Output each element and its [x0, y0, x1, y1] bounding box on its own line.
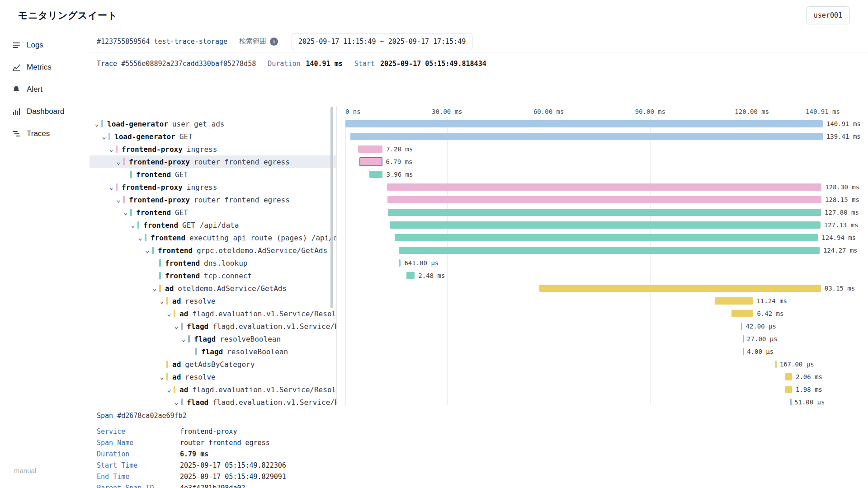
span-bar[interactable]: [741, 323, 742, 330]
span-bar[interactable]: [395, 234, 818, 241]
chevron-down-icon[interactable]: ⌄: [157, 372, 166, 381]
span-bar[interactable]: [399, 259, 401, 267]
chevron-down-icon[interactable]: ⌄: [172, 322, 181, 331]
waterfall-row[interactable]: 124.94 ms: [345, 231, 823, 244]
chevron-down-icon[interactable]: ⌄: [99, 132, 108, 141]
span-tree-row[interactable]: ⌄frontend-proxyrouter frontend egress: [90, 193, 336, 206]
span-tree-row[interactable]: ⌄frontend-proxyrouter frontend egress: [90, 155, 336, 168]
span-tree-row[interactable]: ⌄frontendGET /api/data: [90, 219, 336, 231]
span-bar[interactable]: [345, 120, 823, 127]
waterfall-row[interactable]: 6.42 ms: [345, 307, 823, 320]
waterfall-row[interactable]: 127.80 ms: [345, 206, 823, 219]
sidebar-item-dashboard[interactable]: Dashboard: [0, 103, 90, 121]
span-tree-row[interactable]: frontendGET: [90, 168, 336, 181]
span-tree-row[interactable]: ⌄adoteldemo.AdService/GetAds: [90, 282, 336, 295]
span-bar[interactable]: [399, 247, 820, 254]
waterfall-row[interactable]: 6.79 ms: [345, 155, 823, 168]
span-bar-selected[interactable]: [359, 157, 382, 166]
chevron-down-icon[interactable]: ⌄: [165, 309, 174, 318]
span-bar[interactable]: [350, 133, 823, 140]
span-tree-row[interactable]: ⌄frontend-proxyingress: [90, 143, 336, 155]
span-bar[interactable]: [387, 183, 821, 191]
span-bar[interactable]: [390, 221, 821, 229]
chevron-down-icon[interactable]: ⌄: [165, 385, 174, 394]
sidebar-item-traces[interactable]: Traces: [0, 125, 90, 143]
waterfall-row[interactable]: 27.00 µs: [345, 333, 823, 345]
span-tree-row[interactable]: ⌄frontendGET: [90, 206, 336, 219]
span-tree-row[interactable]: ⌄frontend-proxyingress: [90, 181, 336, 193]
chevron-down-icon[interactable]: ⌄: [114, 157, 123, 166]
span-tree-row[interactable]: ⌄adflagd.evaluation.v1.Service/ResolveBo…: [90, 307, 336, 320]
chevron-down-icon[interactable]: ⌄: [157, 296, 166, 305]
time-range-button[interactable]: 2025-09-17 11:15:49 ~ 2025-09-17 17:15:4…: [292, 33, 472, 50]
chevron-down-icon[interactable]: ⌄: [114, 195, 123, 204]
span-tree-row[interactable]: flagdresolveBoolean: [90, 345, 336, 358]
span-tree-row[interactable]: ⌄adflagd.evaluation.v1.Service/ResolveBo…: [90, 383, 336, 396]
span-tree-row[interactable]: ⌄adresolve: [90, 371, 336, 383]
waterfall-row[interactable]: 4.00 µs: [345, 345, 823, 358]
span-tree-row[interactable]: ⌄flagdflagd.evaluation.v1.Service/Resolv…: [90, 320, 336, 333]
span-bar[interactable]: [743, 348, 744, 355]
chevron-down-icon[interactable]: ⌄: [121, 208, 130, 217]
span-bar[interactable]: [731, 310, 753, 317]
waterfall-row[interactable]: 128.15 ms: [345, 193, 823, 206]
span-tree-row[interactable]: adgetAdsByCategory: [90, 358, 336, 371]
chevron-down-icon[interactable]: ⌄: [150, 284, 159, 293]
waterfall-row[interactable]: 127.13 ms: [345, 219, 823, 231]
sidebar-item-logs[interactable]: Logs: [0, 36, 90, 54]
waterfall-row[interactable]: 51.00 µs: [345, 396, 823, 405]
waterfall-row[interactable]: 3.96 ms: [345, 168, 823, 181]
waterfall-row[interactable]: 42.00 µs: [345, 320, 823, 333]
duration-link[interactable]: Duration: [268, 60, 300, 68]
span-bar[interactable]: [358, 145, 382, 153]
sidebar-item-alert[interactable]: Alert: [0, 80, 90, 99]
chevron-down-icon[interactable]: ⌄: [172, 398, 181, 405]
waterfall-row[interactable]: 7.20 ms: [345, 143, 823, 155]
span-tree-row[interactable]: ⌄frontendgrpc.oteldemo.AdService/GetAds: [90, 244, 336, 257]
span-bar[interactable]: [406, 272, 415, 279]
waterfall-row[interactable]: 124.27 ms: [345, 244, 823, 257]
chevron-down-icon[interactable]: ⌄: [107, 183, 116, 192]
span-tree-row[interactable]: ⌄load-generatorGET: [90, 130, 336, 143]
chevron-down-icon[interactable]: ⌄: [107, 145, 116, 154]
user-button[interactable]: user001: [806, 6, 850, 24]
span-tree-row[interactable]: ⌄flagdflagd.evaluation.v1.Service/Resolv…: [90, 396, 336, 405]
waterfall-row[interactable]: 83.15 ms: [345, 282, 823, 295]
start-link[interactable]: Start: [354, 60, 375, 68]
span-tree-row[interactable]: ⌄adresolve: [90, 295, 336, 307]
chevron-down-icon[interactable]: ⌄: [128, 221, 137, 230]
chevron-down-icon[interactable]: ⌄: [92, 119, 101, 128]
tree-scrollbar[interactable]: [330, 107, 333, 308]
waterfall-row[interactable]: 1.98 ms: [345, 383, 823, 396]
chevron-down-icon[interactable]: ⌄: [179, 334, 188, 343]
waterfall-row[interactable]: 2.48 ms: [345, 269, 823, 282]
sidebar-item-metrics[interactable]: Metrics: [0, 58, 90, 76]
waterfall-row[interactable]: 128.30 ms: [345, 181, 823, 193]
span-bar[interactable]: [369, 171, 383, 178]
waterfall-row[interactable]: 167.00 µs: [345, 358, 823, 371]
waterfall-row[interactable]: 11.24 ms: [345, 295, 823, 307]
info-icon[interactable]: i: [270, 38, 278, 46]
waterfall-row[interactable]: 2.06 ms: [345, 371, 823, 383]
waterfall-row[interactable]: 139.41 ms: [345, 130, 823, 143]
span-operation: flagd.evaluation.v1.Service/ResolveBoole…: [212, 398, 336, 405]
span-tree-row[interactable]: ⌄frontendexecuting api route (pages) /ap…: [90, 231, 336, 244]
span-tree-row[interactable]: frontendtcp.connect: [90, 269, 336, 282]
chevron-down-icon[interactable]: ⌄: [136, 233, 145, 242]
chevron-down-icon[interactable]: ⌄: [143, 246, 152, 255]
span-bar[interactable]: [743, 335, 744, 343]
span-bar[interactable]: [387, 196, 821, 203]
span-bar[interactable]: [388, 209, 821, 216]
waterfall-row[interactable]: 641.00 µs: [345, 257, 823, 269]
span-tree-row[interactable]: frontenddns.lookup: [90, 257, 336, 269]
span-bar[interactable]: [785, 386, 792, 393]
span-bar[interactable]: [539, 285, 821, 292]
waterfall-row[interactable]: 140.91 ms: [345, 117, 823, 130]
span-bar[interactable]: [715, 297, 753, 305]
span-bar[interactable]: [790, 399, 792, 405]
span-service: frontend-proxy: [129, 196, 190, 204]
span-tree-row[interactable]: ⌄flagdresolveBoolean: [90, 333, 336, 345]
span-bar[interactable]: [775, 361, 777, 368]
span-tree-row[interactable]: ⌄load-generatoruser_get_ads: [90, 117, 336, 130]
span-bar[interactable]: [785, 373, 792, 380]
